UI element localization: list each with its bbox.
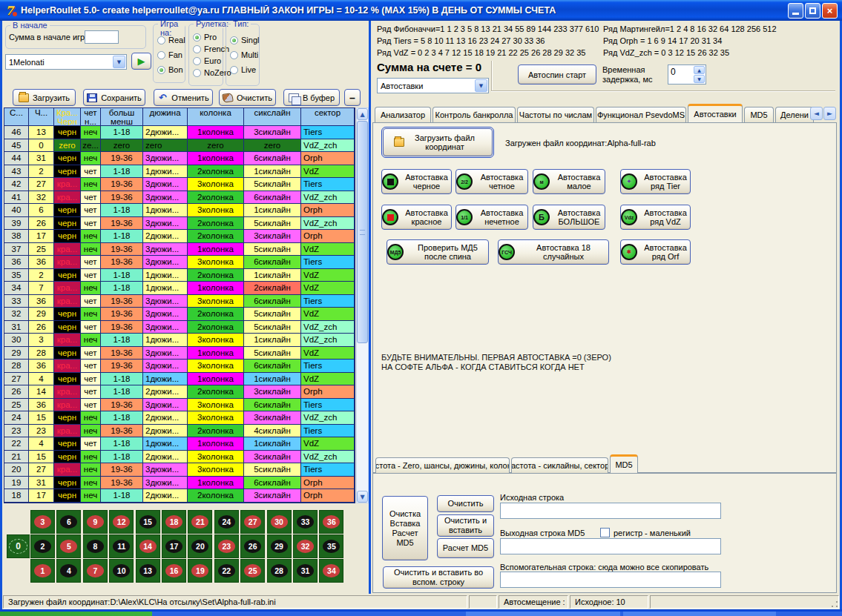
board-number[interactable]: 13 <box>136 559 160 583</box>
table-header-cell[interactable] <box>4 117 29 126</box>
table-header-cell[interactable]: колонка <box>188 108 244 117</box>
board-number[interactable]: 15 <box>136 510 160 534</box>
table-row[interactable]: 2115черннеч1-182дюжи...3колонка3сиклайнV… <box>4 451 355 464</box>
board-number[interactable]: 26 <box>240 534 265 558</box>
table-header-cell[interactable]: менш <box>101 117 143 126</box>
tab-scroll-left-icon[interactable]: ◄ <box>810 107 823 120</box>
bottom-tab-1[interactable]: Частота - сиклайны, сектора <box>511 457 608 473</box>
autospin-start-button[interactable]: Автоспин старт <box>518 64 596 85</box>
table-header-cell[interactable]: н... <box>81 117 101 126</box>
tab-scroll-right-icon[interactable]: ► <box>823 107 836 120</box>
spin-up-icon[interactable]: ▲ <box>694 66 705 74</box>
table-row[interactable]: 2614кра...чет1-182дюжи...2колонка3сиклай… <box>4 385 355 399</box>
table-header-cell[interactable]: Ч... <box>29 108 54 117</box>
board-number[interactable]: 29 <box>267 534 292 558</box>
table-row[interactable]: 1723кра...неч19-362дюжи...2колонка4сикла… <box>4 503 355 504</box>
autobets-combobox[interactable]: Автоставки ▼ <box>377 78 489 93</box>
table-row[interactable]: 2323кра...неч19-362дюжи...2колонка4сикла… <box>4 425 355 438</box>
radio-option-bon[interactable]: Bon <box>157 65 183 74</box>
bet-button-6[interactable]: БАвтоставка БОЛЬШОЕ <box>533 205 605 230</box>
table-row[interactable]: 3229черннеч19-363дюжи...2колонка5сиклайн… <box>4 308 355 321</box>
table-header-cell[interactable]: С... <box>4 108 29 117</box>
radio-option-multi[interactable]: Multi <box>230 50 258 59</box>
table-row[interactable]: 3336кра...чет19-363дюжи...3колонка6сикла… <box>4 295 355 308</box>
table-header-cell[interactable]: сикслайн <box>244 108 301 117</box>
table-row[interactable]: 406чернчет1-181дюжи...3колонка1сиклайнOr… <box>4 204 355 217</box>
table-header-cell[interactable]: Кра... <box>54 108 81 117</box>
board-number[interactable]: 22 <box>214 559 239 583</box>
board-number[interactable]: 33 <box>293 510 318 534</box>
board-number[interactable]: 30 <box>267 510 292 534</box>
register-checkbox[interactable] <box>600 528 610 537</box>
aux-string-input[interactable] <box>500 572 721 588</box>
table-row[interactable]: 3126чернчет19-363дюжи...2колонка5сиклайн… <box>4 321 355 334</box>
radio-option-french[interactable]: French <box>193 44 229 53</box>
tab-автоставки[interactable]: Автоставки <box>688 104 743 122</box>
сохранить-button[interactable]: Сохранить <box>83 89 145 106</box>
radio-option-euro[interactable]: Euro <box>193 56 221 65</box>
table-row[interactable]: 3926чернчет19-363дюжи...2колонка5сиклайн… <box>4 217 355 231</box>
board-number[interactable]: 11 <box>109 534 134 558</box>
bet-button-5[interactable]: 1/1Автоставка нечетное <box>455 205 528 230</box>
table-row[interactable]: 224чернчет1-181дюжи...1колонка1сиклайнVd… <box>4 437 355 451</box>
start-sum-input[interactable] <box>85 30 119 44</box>
board-number[interactable]: 17 <box>162 534 186 558</box>
table-row[interactable]: 432чернчет1-181дюжи...2колонка1сиклайнVd… <box>4 165 355 179</box>
board-number[interactable]: 20 <box>188 534 212 558</box>
radio-option-pro[interactable]: Pro <box>193 33 217 42</box>
chevron-down-icon[interactable]: ▼ <box>475 79 487 92</box>
board-zero[interactable]: 0 <box>7 534 30 558</box>
table-row[interactable]: 2836кра...чет19-363дюжи...3колонка6сикла… <box>4 360 355 373</box>
tab-функционал-psevdoms[interactable]: Функционал PsevdoMS <box>596 107 686 122</box>
board-number[interactable]: 25 <box>240 559 265 583</box>
table-header-cell[interactable] <box>143 117 188 126</box>
board-number[interactable]: 36 <box>319 510 343 534</box>
board-number[interactable]: 35 <box>319 534 343 558</box>
md5-output-input[interactable] <box>500 538 721 554</box>
table-header-cell[interactable] <box>301 117 355 126</box>
board-number[interactable]: 6 <box>56 510 81 534</box>
board-number[interactable]: 34 <box>319 559 343 583</box>
load-coords-button[interactable]: Загрузить файл координат <box>383 128 493 156</box>
table-row[interactable]: 4132кра...чет19-363дюжи...2колонка6сикла… <box>4 191 355 205</box>
table-header-cell[interactable]: дюжина <box>143 108 188 117</box>
table-row[interactable]: 2027кра...неч19-363дюжи...3колонка5сикла… <box>4 463 355 477</box>
chevron-down-icon[interactable]: ▼ <box>113 56 125 68</box>
table-row[interactable]: 4227кра...неч19-363дюжи...3колонка5сикла… <box>4 178 355 191</box>
bet-button-9[interactable]: ГСЧАвтоставка 18 случайных <box>498 239 609 265</box>
board-number[interactable]: 10 <box>109 559 134 583</box>
table-row[interactable]: 2415черннеч1-182дюжи...3колонка3сиклайнV… <box>4 411 355 425</box>
tab-анализатор[interactable]: Анализатор <box>375 107 431 122</box>
md5-button-0[interactable]: Очистить <box>437 495 494 512</box>
bottom-tab-2[interactable]: MD5 <box>610 454 638 473</box>
play-button[interactable]: ▶ <box>131 53 151 70</box>
bet-button-2[interactable]: мАвтоставка малое <box>533 169 605 194</box>
table-row[interactable]: 303кра...неч1-181дюжи...3колонка1сиклайн… <box>4 334 355 347</box>
table-row[interactable]: 4613черннеч1-182дюжи...1колонка3сиклайнT… <box>4 126 355 139</box>
board-number[interactable]: 16 <box>162 559 186 583</box>
md5-big-button[interactable]: Очистка Вставка Расчет MD5 <box>382 496 428 560</box>
table-row[interactable]: 352чернчет1-181дюжи...2колонка1сиклайнVd… <box>4 269 355 282</box>
table-header-cell[interactable]: сектор <box>301 108 355 117</box>
table-row[interactable]: 1931черннеч19-363дюжи...1колонка6сиклайн… <box>4 477 355 490</box>
close-icon[interactable]: × <box>822 3 838 19</box>
bet-button-3[interactable]: ✦Автоставка ряд Tier <box>620 169 691 194</box>
table-header-cell[interactable]: чет <box>81 108 101 117</box>
board-number[interactable]: 1 <box>30 559 55 583</box>
в буфер-button[interactable]: В буфер <box>283 89 340 106</box>
отменить-button[interactable]: ↶Отменить <box>154 89 213 106</box>
start-button-sliver[interactable] <box>0 612 152 616</box>
delay-spinner[interactable]: 0 ▲▼ <box>668 64 706 85</box>
maximize-icon[interactable] <box>805 3 820 19</box>
bottom-tab-0[interactable]: Частота - Zero, шансы, дюжины, колонки <box>375 457 510 473</box>
collapse-button[interactable]: – <box>344 89 361 106</box>
table-row[interactable]: 4431черннеч19-363дюжи...1колонка6сиклайн… <box>4 152 355 165</box>
board-number[interactable]: 27 <box>240 510 265 534</box>
source-string-input[interactable] <box>500 503 721 519</box>
загрузить-button[interactable]: Загрузить <box>13 89 76 106</box>
title-bar[interactable]: 7 HelperRoullet 5.0- create helperroulle… <box>0 0 842 21</box>
board-number[interactable]: 18 <box>162 510 186 534</box>
resize-grip[interactable] <box>830 600 839 609</box>
очистить-button[interactable]: Очистить <box>219 89 276 106</box>
board-number[interactable]: 23 <box>214 534 239 558</box>
